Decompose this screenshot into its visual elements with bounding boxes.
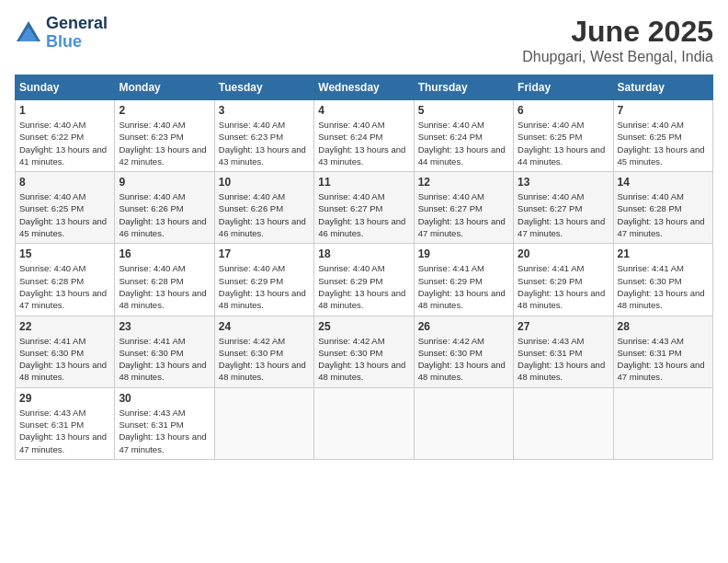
day-detail: Sunrise: 4:40 AMSunset: 6:24 PMDaylight:… [418,120,506,167]
day-cell-24: 24 Sunrise: 4:42 AMSunset: 6:30 PMDaylig… [214,316,313,387]
day-detail: Sunrise: 4:42 AMSunset: 6:30 PMDaylight:… [418,336,506,383]
weekday-header-saturday: Saturday [613,75,712,100]
day-cell-23: 23 Sunrise: 4:41 AMSunset: 6:30 PMDaylig… [115,316,214,387]
day-number: 12 [418,176,509,189]
day-cell-11: 11 Sunrise: 4:40 AMSunset: 6:27 PMDaylig… [314,172,414,244]
day-detail: Sunrise: 4:41 AMSunset: 6:30 PMDaylight:… [19,336,107,383]
calendar-table: SundayMondayTuesdayWednesdayThursdayFrid… [15,75,713,460]
day-number: 11 [318,176,409,189]
day-number: 25 [318,320,409,333]
calendar-week-1: 1 Sunrise: 4:40 AMSunset: 6:22 PMDayligh… [16,100,713,172]
calendar-week-5: 29 Sunrise: 4:43 AMSunset: 6:31 PMDaylig… [16,387,713,459]
day-detail: Sunrise: 4:40 AMSunset: 6:23 PMDaylight:… [219,120,306,167]
day-detail: Sunrise: 4:40 AMSunset: 6:28 PMDaylight:… [19,263,107,310]
weekday-header-tuesday: Tuesday [214,75,313,100]
day-detail: Sunrise: 4:40 AMSunset: 6:24 PMDaylight:… [318,120,405,167]
logo: General Blue [15,15,108,52]
empty-cell [314,387,414,459]
day-number: 17 [219,247,310,260]
day-detail: Sunrise: 4:40 AMSunset: 6:27 PMDaylight:… [418,191,506,238]
day-cell-26: 26 Sunrise: 4:42 AMSunset: 6:30 PMDaylig… [414,316,513,387]
day-detail: Sunrise: 4:40 AMSunset: 6:27 PMDaylight:… [518,191,605,238]
day-detail: Sunrise: 4:40 AMSunset: 6:25 PMDaylight:… [518,120,605,167]
day-number: 7 [618,104,709,117]
location-title: Dhupgari, West Bengal, India [522,49,713,65]
day-cell-19: 19 Sunrise: 4:41 AMSunset: 6:29 PMDaylig… [414,244,513,316]
day-detail: Sunrise: 4:40 AMSunset: 6:28 PMDaylight:… [119,263,206,310]
day-number: 1 [19,104,110,117]
day-detail: Sunrise: 4:40 AMSunset: 6:25 PMDaylight:… [618,120,705,167]
day-detail: Sunrise: 4:40 AMSunset: 6:29 PMDaylight:… [318,263,405,310]
empty-cell [414,387,513,459]
weekday-header-friday: Friday [514,75,613,100]
day-cell-14: 14 Sunrise: 4:40 AMSunset: 6:28 PMDaylig… [613,172,712,244]
day-number: 4 [318,104,409,117]
logo-icon [15,19,42,47]
day-detail: Sunrise: 4:41 AMSunset: 6:29 PMDaylight:… [518,263,605,310]
day-number: 22 [19,320,110,333]
weekday-header-sunday: Sunday [16,75,115,100]
weekday-header-row: SundayMondayTuesdayWednesdayThursdayFrid… [16,75,713,100]
day-detail: Sunrise: 4:40 AMSunset: 6:22 PMDaylight:… [19,120,107,167]
day-number: 8 [19,176,110,189]
day-number: 18 [318,247,409,260]
day-cell-20: 20 Sunrise: 4:41 AMSunset: 6:29 PMDaylig… [514,244,613,316]
empty-cell [514,387,613,459]
day-detail: Sunrise: 4:40 AMSunset: 6:27 PMDaylight:… [318,191,405,238]
day-cell-29: 29 Sunrise: 4:43 AMSunset: 6:31 PMDaylig… [16,387,115,459]
day-cell-10: 10 Sunrise: 4:40 AMSunset: 6:26 PMDaylig… [214,172,313,244]
day-number: 29 [19,392,110,405]
day-cell-16: 16 Sunrise: 4:40 AMSunset: 6:28 PMDaylig… [115,244,214,316]
day-detail: Sunrise: 4:42 AMSunset: 6:30 PMDaylight:… [219,336,306,383]
day-cell-2: 2 Sunrise: 4:40 AMSunset: 6:23 PMDayligh… [115,100,214,172]
month-title: June 2025 [522,15,713,49]
day-number: 15 [19,247,110,260]
day-number: 27 [518,320,609,333]
logo-text: General Blue [46,15,108,52]
day-number: 24 [219,320,310,333]
weekday-header-wednesday: Wednesday [314,75,414,100]
day-cell-7: 7 Sunrise: 4:40 AMSunset: 6:25 PMDayligh… [613,100,712,172]
day-cell-5: 5 Sunrise: 4:40 AMSunset: 6:24 PMDayligh… [414,100,513,172]
day-cell-4: 4 Sunrise: 4:40 AMSunset: 6:24 PMDayligh… [314,100,414,172]
day-detail: Sunrise: 4:40 AMSunset: 6:26 PMDaylight:… [219,191,306,238]
calendar-week-2: 8 Sunrise: 4:40 AMSunset: 6:25 PMDayligh… [16,172,713,244]
day-detail: Sunrise: 4:41 AMSunset: 6:29 PMDaylight:… [418,263,506,310]
weekday-header-monday: Monday [115,75,214,100]
empty-cell [214,387,313,459]
day-cell-12: 12 Sunrise: 4:40 AMSunset: 6:27 PMDaylig… [414,172,513,244]
title-area: June 2025 Dhupgari, West Bengal, India [522,15,713,65]
calendar-week-3: 15 Sunrise: 4:40 AMSunset: 6:28 PMDaylig… [16,244,713,316]
day-detail: Sunrise: 4:43 AMSunset: 6:31 PMDaylight:… [19,408,107,454]
day-cell-1: 1 Sunrise: 4:40 AMSunset: 6:22 PMDayligh… [16,100,115,172]
day-cell-18: 18 Sunrise: 4:40 AMSunset: 6:29 PMDaylig… [314,244,414,316]
day-detail: Sunrise: 4:40 AMSunset: 6:26 PMDaylight:… [119,191,206,238]
day-detail: Sunrise: 4:43 AMSunset: 6:31 PMDaylight:… [518,336,605,383]
day-cell-3: 3 Sunrise: 4:40 AMSunset: 6:23 PMDayligh… [214,100,313,172]
day-cell-17: 17 Sunrise: 4:40 AMSunset: 6:29 PMDaylig… [214,244,313,316]
day-cell-13: 13 Sunrise: 4:40 AMSunset: 6:27 PMDaylig… [514,172,613,244]
day-number: 3 [219,104,310,117]
day-number: 13 [518,176,609,189]
day-cell-6: 6 Sunrise: 4:40 AMSunset: 6:25 PMDayligh… [514,100,613,172]
day-detail: Sunrise: 4:41 AMSunset: 6:30 PMDaylight:… [618,263,705,310]
day-number: 16 [119,247,210,260]
day-cell-25: 25 Sunrise: 4:42 AMSunset: 6:30 PMDaylig… [314,316,414,387]
day-cell-8: 8 Sunrise: 4:40 AMSunset: 6:25 PMDayligh… [16,172,115,244]
day-number: 28 [618,320,709,333]
day-detail: Sunrise: 4:40 AMSunset: 6:28 PMDaylight:… [618,191,705,238]
day-number: 21 [618,247,709,260]
day-number: 19 [418,247,509,260]
day-cell-9: 9 Sunrise: 4:40 AMSunset: 6:26 PMDayligh… [115,172,214,244]
empty-cell [613,387,712,459]
day-number: 30 [119,392,210,405]
calendar-week-4: 22 Sunrise: 4:41 AMSunset: 6:30 PMDaylig… [16,316,713,387]
day-number: 20 [518,247,609,260]
day-detail: Sunrise: 4:40 AMSunset: 6:23 PMDaylight:… [119,120,206,167]
day-detail: Sunrise: 4:41 AMSunset: 6:30 PMDaylight:… [119,336,206,383]
day-number: 6 [518,104,609,117]
day-cell-15: 15 Sunrise: 4:40 AMSunset: 6:28 PMDaylig… [16,244,115,316]
day-number: 14 [618,176,709,189]
day-detail: Sunrise: 4:40 AMSunset: 6:29 PMDaylight:… [219,263,306,310]
day-number: 2 [119,104,210,117]
